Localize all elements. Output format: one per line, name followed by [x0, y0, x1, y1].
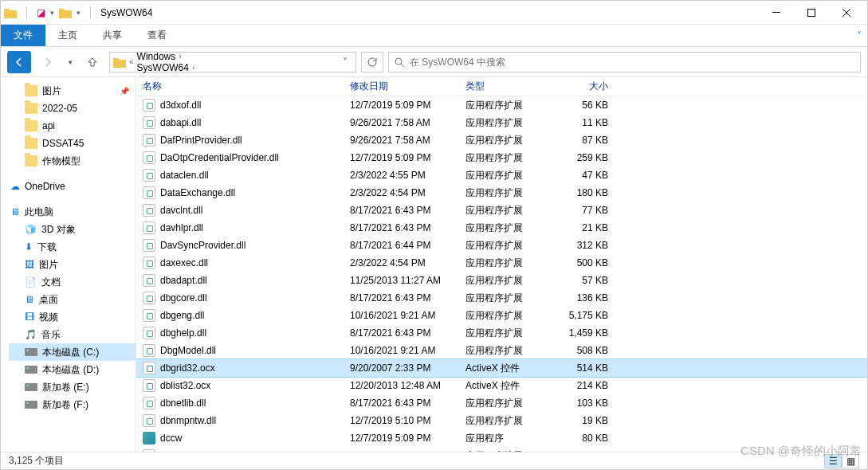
nav-drive-item[interactable]: 本地磁盘 (D:): [9, 361, 136, 378]
file-row[interactable]: dbghelp.dll8/17/2021 6:43 PM应用程序扩展1,459 …: [136, 324, 867, 342]
qat-chevron[interactable]: ▾: [77, 9, 81, 17]
drive-icon: [25, 383, 37, 391]
file-icon: [143, 379, 155, 392]
ribbon-expand-icon[interactable]: ˅: [851, 25, 867, 46]
nav-folder-item[interactable]: 🎵音乐: [9, 326, 136, 343]
file-type: 应用程序扩展: [459, 397, 551, 410]
col-date[interactable]: 修改日期: [344, 80, 459, 93]
nav-folder-item[interactable]: 📄文档: [9, 273, 136, 291]
nav-folder-item[interactable]: ⬇下载: [9, 238, 136, 256]
drive-icon: [25, 366, 37, 374]
file-row[interactable]: dblist32.ocx12/20/2013 12:48 AMActiveX 控…: [136, 377, 867, 394]
file-type: 应用程序扩展: [459, 116, 551, 130]
breadcrumb-item[interactable]: Windows›: [137, 51, 195, 62]
nav-label: DSSAT45: [42, 138, 84, 149]
file-row[interactable]: davclnt.dll8/17/2021 6:43 PM应用程序扩展77 KB: [136, 202, 867, 219]
nav-folder-item[interactable]: 🖥桌面: [9, 291, 136, 308]
file-list[interactable]: d3dxof.dll12/7/2019 5:09 PM应用程序扩展56 KBda…: [136, 96, 867, 452]
file-row[interactable]: daxexec.dll2/3/2022 4:54 PM应用程序扩展500 KB: [136, 254, 867, 272]
back-button[interactable]: [7, 51, 31, 73]
col-type[interactable]: 类型: [459, 80, 551, 93]
address-bar[interactable]: « Windows›SysWOW64› ˅: [109, 52, 356, 72]
file-row[interactable]: d3dxof.dll12/7/2019 5:09 PM应用程序扩展56 KB: [136, 96, 867, 114]
file-size: 514 KB: [551, 362, 615, 374]
file-row[interactable]: dbadapt.dll11/25/2013 11:27 AM应用程序扩展57 K…: [136, 272, 867, 289]
col-size[interactable]: 大小: [551, 80, 615, 93]
file-date: 2/3/2022 4:54 PM: [344, 187, 459, 198]
up-button[interactable]: [81, 51, 104, 73]
minimize-button[interactable]: [759, 2, 794, 24]
svg-point-2: [395, 58, 402, 65]
nav-label: 新加卷 (E:): [42, 381, 89, 394]
maximize-button[interactable]: [794, 2, 829, 24]
file-row[interactable]: DbgModel.dll10/16/2021 9:21 AM应用程序扩展508 …: [136, 342, 867, 359]
details-pane: 名称 修改日期 类型 大小 d3dxof.dll12/7/2019 5:09 P…: [136, 77, 867, 452]
file-size: 21 KB: [551, 222, 615, 233]
breadcrumb-item[interactable]: SysWOW64›: [137, 62, 195, 73]
nav-folder-item[interactable]: 🧊3D 对象: [9, 221, 136, 238]
nav-label: OneDrive: [25, 181, 65, 192]
nav-quick-item[interactable]: api: [9, 117, 136, 135]
titlebar: ◪ ▾ ▾ SysWOW64: [1, 1, 867, 25]
refresh-button[interactable]: [361, 52, 383, 72]
nav-drive-item[interactable]: 新加卷 (F:): [9, 396, 136, 413]
nav-folder-item[interactable]: 🎞视频: [9, 308, 136, 326]
videos-icon: 🎞: [25, 311, 34, 323]
file-row[interactable]: dbgcore.dll8/17/2021 6:43 PM应用程序扩展136 KB: [136, 289, 867, 307]
nav-folder-item[interactable]: 🖼图片: [9, 256, 136, 273]
file-icon: [143, 186, 155, 199]
file-row[interactable]: dccw12/7/2019 5:09 PM应用程序80 KB: [136, 429, 867, 447]
tab-share[interactable]: 共享: [90, 25, 135, 46]
recent-dropdown[interactable]: ▾: [65, 51, 76, 73]
file-row[interactable]: DafPrintProvider.dll9/26/2021 7:58 AM应用程…: [136, 131, 867, 149]
file-row[interactable]: DataExchange.dll2/3/2022 4:54 PM应用程序扩展18…: [136, 184, 867, 202]
file-type: 应用程序扩展: [459, 151, 551, 165]
search-icon: [394, 57, 405, 68]
file-name: d3dxof.dll: [160, 100, 201, 111]
nav-drive-item[interactable]: 本地磁盘 (C:): [9, 343, 136, 361]
nav-onedrive[interactable]: ☁ OneDrive: [9, 178, 136, 195]
file-row[interactable]: davhlpr.dll8/17/2021 6:43 PM应用程序扩展21 KB: [136, 219, 867, 237]
file-name: dbnetlib.dll: [160, 398, 206, 409]
file-row[interactable]: dbgeng.dll10/16/2021 9:21 AM应用程序扩展5,175 …: [136, 307, 867, 324]
file-row[interactable]: dbgrid32.ocx9/20/2007 2:33 PMActiveX 控件5…: [136, 359, 867, 377]
file-date: 8/17/2021 6:43 PM: [344, 222, 459, 233]
nav-drive-item[interactable]: 新加卷 (E:): [9, 378, 136, 396]
file-name: DavSyncProvider.dll: [160, 240, 245, 251]
nav-quick-item[interactable]: DSSAT45: [9, 135, 136, 152]
address-dropdown[interactable]: ˅: [338, 57, 352, 68]
file-size: 500 KB: [551, 257, 615, 268]
breadcrumb-leading[interactable]: «: [129, 57, 134, 66]
file-row[interactable]: dbnetlib.dll8/17/2021 6:43 PM应用程序扩展103 K…: [136, 394, 867, 412]
view-large-icon[interactable]: ▦: [842, 454, 859, 468]
nav-quick-item[interactable]: 2022-05: [9, 100, 136, 117]
qat-dropdown-icon[interactable]: ▾: [50, 9, 54, 17]
file-name: dblist32.ocx: [160, 380, 210, 391]
file-row[interactable]: DavSyncProvider.dll8/17/2021 6:44 PM应用程序…: [136, 237, 867, 254]
search-box[interactable]: [388, 52, 861, 72]
tab-view[interactable]: 查看: [135, 25, 179, 46]
file-row[interactable]: dbnmpntw.dll12/7/2019 5:10 PM应用程序扩展19 KB: [136, 412, 867, 429]
tab-home[interactable]: 主页: [45, 25, 90, 46]
file-date: 12/7/2019 5:09 PM: [344, 100, 459, 111]
file-row[interactable]: dabapi.dll9/26/2021 7:58 AM应用程序扩展11 KB: [136, 114, 867, 131]
folder-icon: [25, 85, 37, 96]
nav-quick-item[interactable]: 图片📌: [9, 82, 136, 100]
file-row[interactable]: DaOtpCredentialProvider.dll12/7/2019 5:0…: [136, 149, 867, 166]
nav-thispc[interactable]: 🖥 此电脑: [9, 203, 136, 221]
qat-prop-icon[interactable]: ◪: [37, 7, 45, 18]
folder-icon: [25, 120, 37, 131]
file-row[interactable]: dataclen.dll2/3/2022 4:55 PM应用程序扩展47 KB: [136, 166, 867, 184]
tab-file[interactable]: 文件: [1, 25, 45, 46]
search-input[interactable]: [410, 57, 855, 68]
view-details-icon[interactable]: ☰: [824, 454, 842, 468]
pin-icon: 📌: [120, 87, 129, 96]
nav-quick-item[interactable]: 作物模型: [9, 152, 136, 170]
nav-label: 桌面: [39, 293, 58, 307]
file-date: 8/17/2021 6:43 PM: [344, 327, 459, 339]
file-size: 259 KB: [551, 152, 615, 163]
col-name[interactable]: 名称: [136, 80, 344, 93]
close-button[interactable]: [829, 2, 864, 24]
file-icon: [143, 99, 155, 112]
nav-label: 视频: [39, 311, 58, 324]
